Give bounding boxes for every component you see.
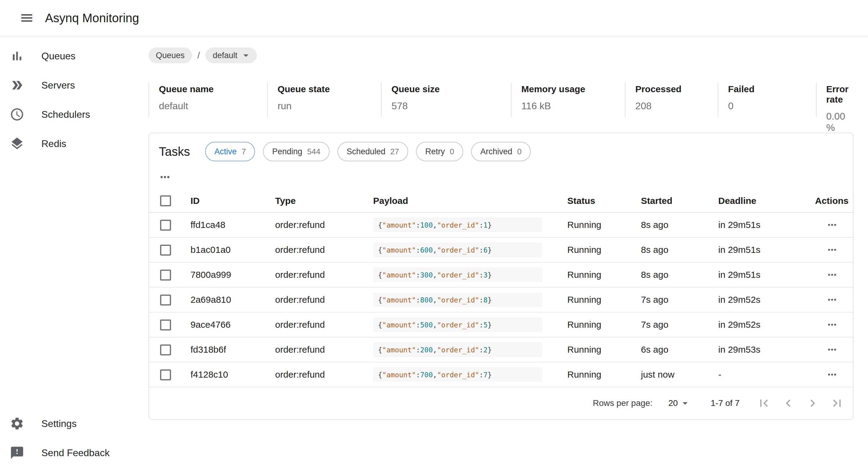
task-state-tab[interactable]: Active 7 [205, 142, 255, 161]
task-id: fd318b6f [183, 337, 268, 362]
column-header-deadline: Deadline [711, 189, 808, 212]
sidebar-item-redis[interactable]: Redis [0, 129, 134, 158]
payload-comma: , [433, 221, 437, 229]
column-header-payload: Payload [366, 189, 560, 212]
payload-brace: { [378, 371, 382, 379]
more-horiz-icon [826, 344, 838, 356]
task-type: order:refund [268, 212, 366, 237]
chevron-left-icon [781, 396, 796, 410]
payload-colon: : [479, 371, 483, 379]
payload-value: 7 [483, 371, 488, 379]
sidebar-item-label: Schedulers [41, 109, 90, 120]
row-actions-button[interactable] [821, 241, 843, 259]
first-page-button[interactable] [752, 391, 776, 415]
task-state-tab[interactable]: Archived 0 [471, 142, 531, 161]
row-actions-button[interactable] [821, 316, 843, 334]
table-options-button[interactable] [154, 166, 176, 188]
stat-label: Queue name [159, 84, 262, 94]
payload-key: "order_id" [437, 321, 479, 329]
row-checkbox[interactable] [160, 270, 171, 281]
payload-comma: , [433, 246, 437, 254]
queue-stat: Failed 0 [718, 83, 816, 117]
task-payload-cell: {"amount":700,"order_id":7} [366, 362, 560, 387]
row-checkbox[interactable] [160, 369, 171, 380]
payload-brace: } [488, 321, 492, 329]
sidebar-item-send-feedback[interactable]: Send Feedback [0, 438, 134, 467]
bar-chart-icon [10, 49, 24, 63]
previous-page-button[interactable] [776, 391, 800, 415]
task-state-tab[interactable]: Pending 544 [263, 142, 329, 161]
more-horiz-icon [826, 319, 838, 331]
stat-label: Processed [635, 84, 713, 94]
row-actions-button[interactable] [821, 216, 843, 234]
menu-button[interactable] [14, 6, 39, 30]
stat-label: Memory usage [521, 84, 620, 94]
stat-value: 208 [635, 100, 713, 112]
payload-colon: : [416, 271, 420, 279]
row-checkbox[interactable] [160, 220, 171, 231]
row-checkbox[interactable] [160, 245, 171, 256]
row-checkbox[interactable] [160, 319, 171, 331]
payload-comma: , [433, 371, 437, 379]
select-all-checkbox[interactable] [160, 195, 171, 206]
current-queue-label: default [213, 51, 238, 60]
app-title: Asynq Monitoring [45, 11, 139, 25]
tab-label: Active [214, 147, 237, 156]
row-actions-button[interactable] [821, 366, 843, 384]
row-checkbox[interactable] [160, 344, 171, 355]
payload-json: {"amount":700,"order_id":7} [373, 367, 542, 382]
queue-select-chip[interactable]: default [206, 48, 257, 63]
last-page-button[interactable] [825, 391, 849, 415]
task-row: fd318b6f order:refund {"amount":200,"ord… [149, 337, 853, 362]
rows-per-page-label: Rows per page: [593, 398, 653, 408]
tab-count-badge: 7 [242, 147, 246, 156]
tab-count-badge: 544 [307, 147, 320, 156]
tab-label: Scheduled [347, 147, 385, 156]
task-status: Running [560, 362, 634, 387]
payload-key: "amount" [382, 246, 416, 254]
column-header-status: Status [560, 189, 634, 212]
payload-brace: { [378, 271, 382, 279]
payload-value: 3 [483, 271, 488, 279]
payload-colon: : [416, 296, 420, 304]
rows-per-page-select[interactable]: 20 [668, 397, 691, 409]
task-type: order:refund [268, 312, 366, 337]
row-actions-button[interactable] [821, 341, 843, 359]
next-page-button[interactable] [800, 391, 825, 415]
row-actions-button[interactable] [821, 266, 843, 284]
task-state-tab[interactable]: Scheduled 27 [338, 142, 408, 161]
task-deadline: - [711, 362, 808, 387]
sidebar: Queues Servers Schedulers [0, 36, 134, 467]
sidebar-item-schedulers[interactable]: Schedulers [0, 100, 134, 129]
payload-brace: } [488, 346, 492, 354]
tab-label: Archived [480, 147, 512, 156]
table-header-row: ID Type Payload Status Started Deadline … [149, 189, 853, 212]
payload-brace: { [378, 246, 382, 254]
queue-stat: Error rate 0.00 % [816, 83, 854, 117]
queue-stat: Queue state run [267, 83, 381, 117]
payload-json: {"amount":100,"order_id":1} [373, 218, 542, 232]
task-row: f4128c10 order:refund {"amount":700,"ord… [149, 362, 853, 387]
payload-json: {"amount":800,"order_id":8} [373, 292, 542, 307]
hamburger-icon [20, 11, 34, 25]
payload-value: 700 [420, 371, 433, 379]
payload-key: "order_id" [437, 271, 479, 279]
more-horiz-icon [826, 219, 838, 231]
gear-icon [10, 416, 24, 431]
payload-key: "amount" [382, 296, 416, 304]
payload-value: 1 [483, 221, 488, 229]
row-checkbox[interactable] [160, 294, 171, 306]
sidebar-item-settings[interactable]: Settings [0, 409, 134, 438]
task-status: Running [560, 312, 634, 337]
sidebar-item-servers[interactable]: Servers [0, 71, 134, 100]
payload-json: {"amount":300,"order_id":3} [373, 268, 542, 282]
breadcrumb-queues-chip[interactable]: Queues [149, 48, 192, 63]
payload-comma: , [433, 271, 437, 279]
column-header-type: Type [268, 189, 366, 212]
row-actions-button[interactable] [821, 290, 843, 309]
stat-value: 116 kB [521, 100, 620, 112]
sidebar-item-label: Redis [41, 138, 66, 149]
task-state-tab[interactable]: Retry 0 [416, 142, 463, 161]
column-header-actions: Actions [808, 189, 853, 212]
sidebar-item-queues[interactable]: Queues [0, 41, 134, 71]
